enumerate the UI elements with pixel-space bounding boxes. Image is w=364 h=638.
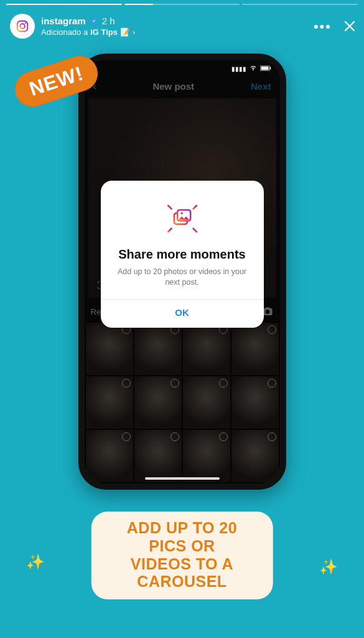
- story-caption: ADD UP TO 20 PICS OR VIDEOS TO A CAROUSE…: [91, 512, 273, 599]
- signal-icon: ▮▮▮▮: [231, 65, 246, 72]
- caption-line-2: VIDEOS TO A CAROUSEL: [131, 555, 233, 591]
- svg-rect-0: [17, 21, 28, 32]
- dialog-ok-button[interactable]: OK: [101, 307, 264, 318]
- story-progress-fill: [6, 4, 122, 5]
- chevron-right-icon: ›: [133, 27, 135, 37]
- svg-line-11: [193, 229, 196, 232]
- phone-status-icons: ▮▮▮▮: [231, 65, 271, 72]
- battery-icon: [260, 65, 271, 72]
- sparkle-icon: ✨: [319, 558, 338, 576]
- svg-line-13: [168, 229, 171, 232]
- close-icon: [342, 19, 357, 34]
- home-indicator: [145, 477, 220, 480]
- story-progress-segment: [6, 4, 122, 5]
- svg-point-16: [180, 212, 183, 215]
- account-avatar[interactable]: [10, 14, 35, 39]
- highlight-link[interactable]: Adicionado a IG Tips 📝 ›: [41, 27, 135, 37]
- carousel-burst-icon: [154, 197, 210, 240]
- account-username[interactable]: instagram: [41, 16, 86, 26]
- instagram-logo-icon: [12, 16, 33, 37]
- close-story-button[interactable]: [342, 18, 358, 34]
- svg-rect-5: [269, 67, 271, 70]
- dialog-title: Share more moments: [112, 247, 253, 262]
- story-progress-segment: [242, 4, 358, 5]
- dialog-body: Add up to 20 photos or videos in your ne…: [112, 267, 253, 288]
- story-progress-fill: [124, 4, 153, 5]
- svg-line-10: [168, 206, 171, 209]
- svg-line-12: [193, 206, 196, 209]
- svg-point-1: [20, 24, 25, 29]
- highlight-name: IG Tips: [90, 27, 118, 37]
- story-progress-track: [6, 4, 358, 5]
- story-header: instagram 2 h Adicionado a IG Tips 📝 › •…: [10, 14, 358, 39]
- caption-line-1: ADD UP TO 20 PICS OR: [127, 519, 237, 555]
- svg-point-2: [25, 22, 26, 24]
- story-timestamp: 2 h: [102, 16, 115, 26]
- sparkle-icon: ✨: [26, 553, 45, 571]
- verified-badge-icon: [90, 17, 98, 26]
- more-options-button[interactable]: •••: [314, 23, 332, 30]
- story-progress-segment: [124, 4, 240, 5]
- added-to-label: Adicionado a: [41, 27, 88, 37]
- memo-emoji-icon: 📝: [120, 27, 130, 37]
- svg-rect-4: [261, 66, 268, 70]
- wifi-icon: [250, 65, 257, 72]
- instagram-glyph-icon: [16, 19, 29, 33]
- share-more-moments-dialog: Share more moments Add up to 20 photos o…: [101, 181, 264, 328]
